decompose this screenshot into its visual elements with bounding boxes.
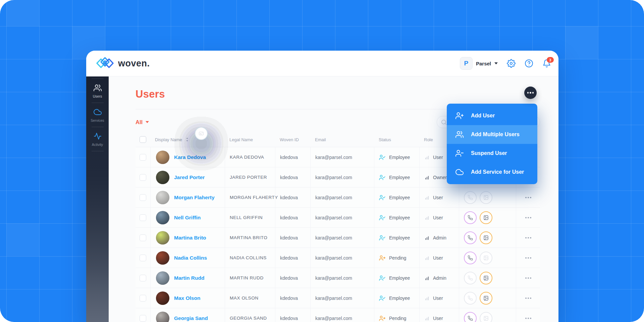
status-badge: Employee xyxy=(374,208,419,227)
user-check-icon xyxy=(379,214,386,221)
avatar xyxy=(156,171,169,184)
phone-action-button[interactable] xyxy=(464,211,477,224)
row-checkbox[interactable] xyxy=(140,194,146,201)
row-more-button[interactable] xyxy=(523,235,533,240)
row-checkbox[interactable] xyxy=(140,315,146,322)
menu-item-add-multiple-users[interactable]: Add Multiple Users xyxy=(447,125,537,144)
bars-icon xyxy=(424,275,430,281)
sidebar-item-activity[interactable]: Activity xyxy=(86,127,109,151)
table-row: Nell Griffin NELL GRIFFIN kdedova kara@p… xyxy=(136,207,540,227)
header-email: Email xyxy=(310,137,374,142)
gear-icon[interactable] xyxy=(507,59,516,68)
help-icon[interactable] xyxy=(525,59,533,68)
role-label: Admin xyxy=(433,275,446,281)
avatar xyxy=(156,271,169,285)
role-label: User xyxy=(433,255,443,261)
row-actions xyxy=(459,208,516,227)
row-checkbox[interactable] xyxy=(140,255,146,261)
row-checkbox[interactable] xyxy=(140,275,146,281)
header-legal-name: Legal Name xyxy=(225,137,275,142)
row-checkbox[interactable] xyxy=(140,234,146,241)
background-deco-cell xyxy=(6,0,39,26)
workspace-switcher[interactable]: P Parsel xyxy=(460,57,498,70)
row-checkbox[interactable] xyxy=(140,154,146,161)
display-name-link[interactable]: Nell Griffin xyxy=(174,215,201,221)
menu-item-add-user[interactable]: Add User xyxy=(447,106,537,125)
row-more-button[interactable] xyxy=(523,215,533,220)
brand: woven. xyxy=(96,56,150,71)
legal-name: JARED PORTER xyxy=(230,175,267,180)
select-all-checkbox[interactable] xyxy=(140,136,146,143)
display-name-link[interactable]: Max Olson xyxy=(174,295,200,301)
display-name-link[interactable]: Kara Dedova xyxy=(174,154,206,160)
status-badge: Employee xyxy=(374,187,419,207)
image-action-button[interactable] xyxy=(480,211,492,224)
phone-action-button[interactable] xyxy=(464,292,477,305)
role-cell: User xyxy=(419,248,459,268)
row-actions xyxy=(459,228,516,248)
phone-action-button[interactable] xyxy=(464,191,477,204)
legal-name: MAX OLSON xyxy=(230,296,259,301)
avatar xyxy=(156,151,169,164)
row-checkbox[interactable] xyxy=(140,174,146,181)
legal-name: MARTIN RUDD xyxy=(230,275,264,280)
phone-action-button[interactable] xyxy=(464,252,477,264)
table-row: Martina Brito MARTINA BRITO kdedova kara… xyxy=(136,227,540,248)
header-status: Status xyxy=(374,137,419,142)
image-action-button[interactable] xyxy=(480,191,492,204)
display-name-link[interactable]: Jared Porter xyxy=(174,174,205,180)
app-window: woven. P Parsel 3 Users Service xyxy=(86,51,558,322)
menu-item-add-service-for-user[interactable]: Add Service for User xyxy=(447,163,537,181)
image-action-button[interactable] xyxy=(480,231,492,244)
bars-icon xyxy=(424,296,430,301)
row-more-button[interactable] xyxy=(523,195,533,200)
role-label: User xyxy=(433,195,443,200)
email: kara@parsel.com xyxy=(315,235,352,240)
bell-icon[interactable]: 3 xyxy=(542,59,551,68)
avatar xyxy=(156,211,169,224)
woven-id: kdedova xyxy=(280,275,298,281)
bars-icon xyxy=(424,215,430,220)
card-action-button[interactable] xyxy=(195,127,208,140)
sidebar-item-users[interactable]: Users xyxy=(86,79,109,103)
legal-name: GEORGIA SAND xyxy=(230,316,267,321)
row-more-button[interactable] xyxy=(523,316,533,321)
status-label: Employee xyxy=(389,235,410,240)
legal-name: NELL GRIFFIN xyxy=(230,215,263,220)
row-more-button[interactable] xyxy=(523,296,533,301)
row-more-button[interactable] xyxy=(523,275,533,281)
display-name-link[interactable]: Georgia Sand xyxy=(174,315,208,321)
row-checkbox[interactable] xyxy=(140,295,146,302)
phone-action-button[interactable] xyxy=(464,312,477,322)
bars-icon xyxy=(424,235,430,240)
more-actions-button[interactable] xyxy=(524,87,537,99)
image-action-button[interactable] xyxy=(480,292,492,305)
menu-item-suspend-user[interactable]: Suspend User xyxy=(447,144,537,163)
image-action-button[interactable] xyxy=(480,272,492,284)
row-actions xyxy=(459,248,516,268)
image-action-button[interactable] xyxy=(480,252,492,264)
filter-dropdown[interactable]: All xyxy=(136,119,149,125)
sidebar-item-label: Activity xyxy=(92,143,103,147)
page-title: Users xyxy=(136,88,540,100)
display-name-link[interactable]: Nadia Collins xyxy=(174,255,207,261)
users-icon xyxy=(94,84,102,92)
display-name-link[interactable]: Morgan Flaherty xyxy=(174,195,215,201)
display-name-link[interactable]: Martin Rudd xyxy=(174,275,204,281)
row-checkbox[interactable] xyxy=(140,214,146,221)
image-action-button[interactable] xyxy=(480,312,492,322)
header-display-name[interactable]: Display Name xyxy=(150,137,225,142)
phone-action-button[interactable] xyxy=(464,231,477,244)
menu-item-label: Add Service for User xyxy=(471,169,524,175)
phone-action-button[interactable] xyxy=(464,272,477,284)
status-badge: Employee xyxy=(374,228,419,248)
row-more-button[interactable] xyxy=(523,255,533,261)
user-check-icon xyxy=(379,194,386,201)
email: kara@parsel.com xyxy=(315,255,352,261)
sidebar-item-services[interactable]: Services xyxy=(86,103,109,127)
display-name-link[interactable]: Martina Brito xyxy=(174,235,206,241)
sort-icon xyxy=(185,137,190,142)
menu-item-label: Add User xyxy=(471,113,495,119)
user-check-icon xyxy=(379,275,386,281)
sidebar: Users Services Activity xyxy=(86,76,109,322)
